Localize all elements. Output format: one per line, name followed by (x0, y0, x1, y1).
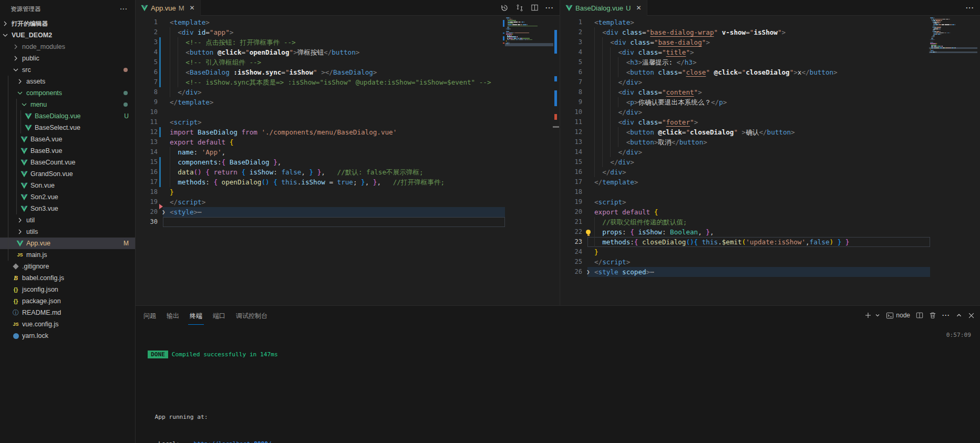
split-terminal-icon[interactable] (916, 312, 923, 319)
chevron-down-icon (1, 31, 9, 39)
code-line: 18} (136, 187, 560, 197)
fold-chevron-icon[interactable]: ❯ (162, 207, 166, 217)
panel-more-actions-icon[interactable]: ··· (942, 312, 950, 319)
line-number: 18 (560, 187, 582, 197)
explorer-tree: 打开的编辑器VUE_DEOM2node_modulespublicsrcasse… (0, 18, 135, 342)
folder-item-components[interactable]: components (0, 87, 135, 99)
chevron-right-icon (12, 43, 20, 51)
line-number: 4 (560, 47, 582, 57)
folder-item-menu[interactable]: menu (0, 99, 135, 110)
file-item-grandson-vue[interactable]: GrandSon.vue (0, 168, 135, 180)
chevron-right-icon (16, 77, 24, 86)
lightbulb-icon[interactable] (586, 230, 591, 234)
file-item-app-vue[interactable]: App.vueM (0, 238, 135, 249)
terminal-line-running: App running at: (148, 413, 980, 421)
vue-icon (20, 136, 28, 143)
file-item-yarn-lock[interactable]: yarn.lock (0, 330, 135, 342)
code-line: 26❯<style scoped>⋯ (560, 267, 980, 277)
terminal-shell-item[interactable]: node (886, 312, 910, 320)
panel-tab-端口[interactable]: 端口 (211, 306, 227, 325)
file-item-baseb-vue[interactable]: BaseB.vue (0, 145, 135, 157)
code-line: 8 <div class="content"> (560, 87, 980, 97)
item-label: GrandSon.vue (30, 170, 135, 178)
code-line: 4 <button @click="openDialog">弹框按钮</butt… (136, 47, 560, 57)
code-line: 16 </div> (560, 167, 980, 177)
code-line: 30 (136, 217, 560, 227)
file-item-package-json[interactable]: {}package.json (0, 295, 135, 307)
folder-item-node-modules[interactable]: node_modules (0, 41, 135, 53)
folder-item-util[interactable]: util (0, 214, 135, 226)
line-number: 9 (560, 97, 582, 107)
file-item--gitignore[interactable]: .gitignore (0, 261, 135, 272)
item-label: BaseA.vue (30, 136, 135, 143)
line-number: 17 (560, 177, 582, 187)
folder-item-public[interactable]: public (0, 53, 135, 64)
git-modified-mark (159, 167, 161, 177)
more-actions-icon[interactable]: ··· (545, 4, 554, 12)
line-number: 4 (136, 47, 158, 57)
panel-tab-调试控制台[interactable]: 调试控制台 (234, 306, 269, 325)
close-panel-icon[interactable] (968, 312, 975, 319)
close-tab-icon[interactable]: ✕ (636, 4, 641, 12)
code-editor[interactable]: 1<template>2 <div class="base-dialog-wra… (560, 16, 980, 305)
code-line: 9 <p>你确认要退出本系统么？</p> (560, 97, 980, 107)
bottom-panel: 问题输出终端端口调试控制台 node ··· DONE Compiled (136, 305, 980, 443)
folder-item-src[interactable]: src (0, 64, 135, 76)
overview-ruler[interactable] (552, 16, 560, 305)
file-item-vue-config-js[interactable]: JSvue.config.js (0, 318, 135, 330)
line-number: 5 (136, 57, 158, 67)
item-label: BaseCount.vue (30, 159, 135, 166)
split-editor-icon[interactable] (531, 4, 539, 12)
file-item-son2-vue[interactable]: Son2.vue (0, 191, 135, 203)
code-line: 9</template> (136, 97, 560, 107)
explorer-more-actions-icon[interactable]: ··· (120, 6, 128, 12)
terminal-dropdown-icon[interactable] (875, 313, 880, 318)
git-modified-mark (159, 67, 161, 77)
done-badge: DONE (148, 351, 168, 358)
git-modified-mark (159, 177, 161, 187)
tab-app-vue[interactable]: App.vueM✕ (136, 0, 201, 16)
file-item-basecount-vue[interactable]: BaseCount.vue (0, 157, 135, 168)
code-line: 2 <div class="base-dialog-wrap" v-show="… (560, 27, 980, 37)
line-number: 20 (560, 207, 582, 217)
maximize-panel-icon[interactable] (956, 312, 962, 318)
line-number: 12 (560, 127, 582, 137)
folder-item-assets[interactable]: assets (0, 76, 135, 87)
item-label: src (22, 66, 123, 74)
file-item-basea-vue[interactable]: BaseA.vue (0, 133, 135, 145)
open-editors-section[interactable]: 打开的编辑器 (0, 18, 135, 29)
code-line: 21 //获取父组件传递的默认值; (560, 217, 980, 227)
local-url-link[interactable]: http://localhost:8080/ (194, 440, 272, 443)
line-number: 16 (136, 167, 158, 177)
git-modified-mark (159, 57, 161, 67)
code-line: 19<script> (560, 197, 980, 207)
file-item-son3-vue[interactable]: Son3.vue (0, 203, 135, 214)
file-item-jsconfig-json[interactable]: {}jsconfig.json (0, 284, 135, 295)
fold-chevron-icon[interactable]: ❯ (586, 267, 590, 277)
code-line: 18 (560, 187, 980, 197)
line-number: 25 (560, 257, 582, 267)
code-editor[interactable]: 1<template>2 <div id="app">3 <!-- 点击按钮: … (136, 16, 560, 305)
tab-basedialog-vue[interactable]: BaseDialog.vueU✕ (560, 0, 647, 16)
git-modified-mark (159, 157, 161, 167)
workspace-root[interactable]: VUE_DEOM2 (0, 29, 135, 41)
new-terminal-icon[interactable] (864, 312, 872, 319)
overview-ruler[interactable] (976, 16, 980, 305)
file-item-readme-md[interactable]: ⓘREADME.md (0, 307, 135, 318)
explorer-header: 资源管理器 ··· (0, 0, 135, 18)
history-icon[interactable] (500, 4, 509, 12)
file-item-son-vue[interactable]: Son.vue (0, 180, 135, 191)
panel-tab-输出[interactable]: 输出 (165, 306, 181, 325)
compare-changes-icon[interactable] (515, 4, 524, 12)
file-item-main-js[interactable]: JSmain.js (0, 249, 135, 261)
file-item-babel-config-js[interactable]: Bbabel.config.js (0, 272, 135, 284)
chevron-down-icon (12, 66, 20, 74)
panel-tab-问题[interactable]: 问题 (142, 306, 158, 325)
folder-item-utils[interactable]: utils (0, 226, 135, 238)
panel-tab-终端[interactable]: 终端 (188, 306, 204, 325)
git-modified-mark (159, 37, 161, 47)
more-actions-icon[interactable]: ··· (966, 4, 974, 12)
minimap (506, 17, 552, 46)
kill-terminal-icon[interactable] (929, 312, 936, 319)
close-tab-icon[interactable]: ✕ (190, 4, 195, 12)
